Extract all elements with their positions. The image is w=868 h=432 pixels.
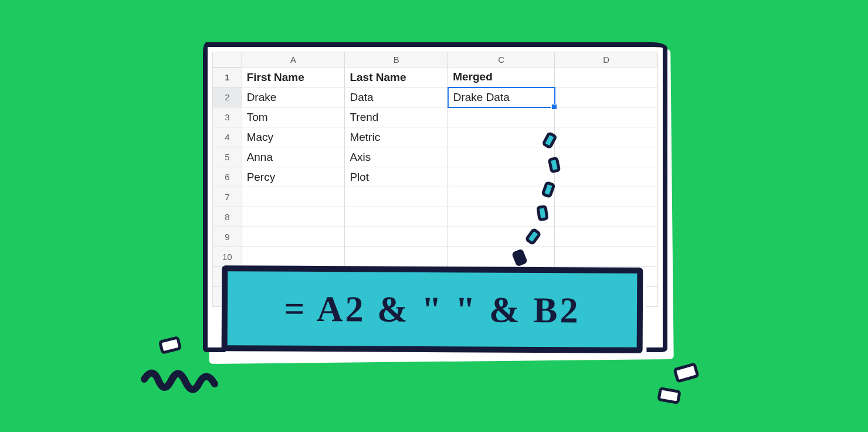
row-header-10[interactable]: 10 <box>213 247 242 267</box>
cell-C3[interactable] <box>448 107 555 127</box>
row-header-5[interactable]: 5 <box>213 147 242 167</box>
row-header-8[interactable]: 8 <box>213 207 242 227</box>
row-header-2[interactable]: 2 <box>213 87 242 107</box>
column-header-row: A B C D <box>213 52 658 68</box>
cell-A9[interactable] <box>242 227 345 247</box>
crumb-icon <box>657 387 681 404</box>
table-row: 10 <box>213 247 658 267</box>
col-header-b[interactable]: B <box>345 52 448 68</box>
col-header-c[interactable]: C <box>448 52 555 68</box>
row-header-3[interactable]: 3 <box>213 107 242 127</box>
squiggle-icon <box>141 363 223 410</box>
cell-A6[interactable]: Percy <box>242 167 345 187</box>
cell-D4[interactable] <box>555 127 658 147</box>
table-row: 5 Anna Axis <box>213 147 658 167</box>
cell-D7[interactable] <box>555 187 658 207</box>
row-header-7[interactable]: 7 <box>213 187 242 207</box>
formula-callout: = A2 & " " & B2 <box>222 266 643 352</box>
cell-A8[interactable] <box>242 207 345 227</box>
row-header-9[interactable]: 9 <box>213 227 242 247</box>
row-header-1[interactable]: 1 <box>213 68 242 87</box>
cell-D3[interactable] <box>555 107 658 127</box>
cell-A10[interactable] <box>242 247 345 267</box>
table-row: 4 Macy Metric <box>213 127 658 147</box>
table-row: 8 <box>213 207 658 227</box>
col-header-d[interactable]: D <box>555 52 658 68</box>
cell-A1[interactable]: First Name <box>242 68 345 87</box>
col-header-a[interactable]: A <box>242 52 345 68</box>
cell-A5[interactable]: Anna <box>242 147 345 167</box>
cell-D10[interactable] <box>555 247 658 267</box>
cell-B7[interactable] <box>345 187 448 207</box>
cell-C7[interactable] <box>448 187 555 207</box>
formula-text: = A2 & " " & B2 <box>284 288 581 331</box>
cell-B4[interactable]: Metric <box>345 127 448 147</box>
cell-B2[interactable]: Data <box>345 87 448 107</box>
crumb-icon <box>673 362 700 383</box>
table-row: 3 Tom Trend <box>213 107 658 127</box>
cell-A7[interactable] <box>242 187 345 207</box>
table-row: 2 Drake Data Drake Data <box>213 87 658 107</box>
cell-B10[interactable] <box>345 247 448 267</box>
cell-D6[interactable] <box>555 167 658 187</box>
cell-C10[interactable] <box>448 247 555 267</box>
table-row: 7 <box>213 187 658 207</box>
cell-B8[interactable] <box>345 207 448 227</box>
cell-C5[interactable] <box>448 147 555 167</box>
cell-C4[interactable] <box>448 127 555 147</box>
cell-D1[interactable] <box>555 68 658 87</box>
select-all-corner[interactable] <box>213 52 242 68</box>
table-row: 6 Percy Plot <box>213 167 658 187</box>
cell-B9[interactable] <box>345 227 448 247</box>
cell-D5[interactable] <box>555 147 658 167</box>
cell-B6[interactable]: Plot <box>345 167 448 187</box>
cell-B3[interactable]: Trend <box>345 107 448 127</box>
crumb-icon <box>158 336 182 355</box>
crumb-icon <box>536 205 548 221</box>
cell-C2-selected[interactable]: Drake Data <box>448 87 555 107</box>
cell-D9[interactable] <box>555 227 658 247</box>
formula-box: = A2 & " " & B2 <box>222 265 643 353</box>
row-header-6[interactable]: 6 <box>213 167 242 187</box>
cell-B1[interactable]: Last Name <box>345 68 448 87</box>
cell-B5[interactable]: Axis <box>345 147 448 167</box>
cell-A4[interactable]: Macy <box>242 127 345 147</box>
table-row: 1 First Name Last Name Merged <box>213 68 658 87</box>
cell-C6[interactable] <box>448 167 555 187</box>
cell-C1[interactable]: Merged <box>448 68 555 87</box>
row-header-4[interactable]: 4 <box>213 127 242 147</box>
cell-D2[interactable] <box>555 87 658 107</box>
cell-D8[interactable] <box>555 207 658 227</box>
table-row: 9 <box>213 227 658 247</box>
cell-A2[interactable]: Drake <box>242 87 345 107</box>
cell-A3[interactable]: Tom <box>242 107 345 127</box>
